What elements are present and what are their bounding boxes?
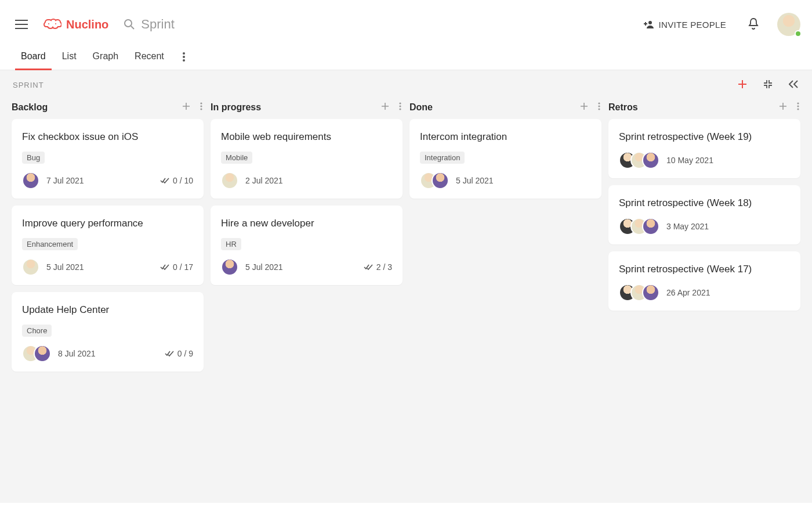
avatar [221, 258, 238, 276]
avatar [642, 284, 659, 301]
search-input[interactable] [140, 16, 256, 33]
card-tag: Enhancement [22, 238, 78, 250]
card[interactable]: Sprint retrospective (Week 17)26 Apr 202… [608, 251, 800, 311]
svg-point-8 [200, 105, 202, 107]
avatar [34, 345, 51, 362]
column-more-button[interactable] [597, 101, 601, 113]
view-tabs: BoardListGraphRecent [0, 42, 812, 70]
avatar [221, 172, 238, 189]
card[interactable]: Sprint retrospective (Week 19)10 May 202… [608, 119, 800, 178]
notifications-button[interactable] [745, 17, 762, 32]
card[interactable]: Mobile web requirementsMobile2 Jul 2021 [211, 119, 403, 199]
card[interactable]: Fix checkbox issue on iOSBug7 Jul 20210 … [12, 119, 204, 199]
card-date: 2 Jul 2021 [245, 176, 283, 185]
card-title: Fix checkbox issue on iOS [22, 131, 193, 143]
svg-point-0 [48, 23, 49, 24]
card-date: 8 Jul 2021 [58, 349, 96, 358]
card[interactable]: Update Help CenterChore8 Jul 20210 / 9 [12, 292, 204, 372]
checklist-icon [160, 177, 169, 184]
card-date: 7 Jul 2021 [46, 176, 84, 185]
search-icon [124, 19, 135, 30]
tabs-more-button[interactable] [180, 50, 187, 66]
hamburger-icon [15, 20, 28, 29]
collapse-button[interactable] [762, 78, 774, 92]
invite-people-button[interactable]: INVITE PEOPLE [640, 19, 730, 30]
tab-graph[interactable]: Graph [93, 45, 118, 70]
card-avatars [22, 345, 51, 362]
user-avatar[interactable] [777, 13, 800, 36]
more-vertical-icon [797, 102, 799, 110]
more-vertical-icon [183, 52, 185, 62]
avatar [22, 172, 39, 189]
svg-point-5 [183, 56, 185, 58]
plus-icon [382, 103, 389, 110]
card-title: Sprint retrospective (Week 17) [619, 263, 790, 276]
add-button[interactable] [737, 78, 748, 92]
column-add-button[interactable] [380, 101, 390, 113]
checklist-icon [165, 350, 174, 357]
column-title: Done [409, 102, 433, 113]
card[interactable]: Intercom integrationIntegration5 Jul 202… [409, 119, 601, 199]
svg-point-2 [125, 20, 132, 27]
card-date: 10 May 2021 [666, 156, 713, 165]
tab-list[interactable]: List [62, 45, 77, 70]
svg-point-13 [598, 102, 600, 104]
card[interactable]: Improve query performanceEnhancement5 Ju… [12, 206, 204, 285]
tab-board[interactable]: Board [21, 45, 46, 70]
logo-text: Nuclino [66, 18, 108, 31]
card-tag: HR [221, 238, 241, 250]
card[interactable]: Sprint retrospective (Week 18)3 May 2021 [608, 185, 800, 244]
card-avatars [619, 218, 659, 235]
avatar [642, 152, 659, 169]
svg-point-15 [598, 108, 600, 110]
card-title: Intercom integration [420, 131, 591, 143]
svg-point-1 [55, 23, 56, 24]
svg-point-11 [399, 105, 401, 107]
card-title: Sprint retrospective (Week 18) [619, 197, 790, 210]
card-title: Update Help Center [22, 304, 193, 316]
card-progress: 0 / 17 [160, 262, 193, 272]
svg-point-16 [797, 102, 799, 104]
checklist-icon [364, 264, 373, 271]
column-more-button[interactable] [398, 101, 403, 113]
column-backlog: BacklogFix checkbox issue on iOSBug7 Jul… [12, 98, 204, 379]
more-vertical-icon [399, 102, 401, 110]
card-avatars [22, 172, 39, 189]
card-date: 5 Jul 2021 [245, 262, 283, 272]
column-title: Retros [608, 102, 638, 113]
column-add-button[interactable] [182, 101, 191, 113]
card-avatars [619, 152, 659, 169]
card-avatars [221, 258, 238, 276]
svg-point-10 [399, 102, 401, 104]
collapse-panel-button[interactable] [788, 79, 799, 91]
svg-point-14 [598, 105, 600, 107]
plus-icon [780, 103, 786, 110]
card-tag: Bug [22, 152, 45, 164]
more-vertical-icon [200, 102, 202, 110]
status-online-icon [795, 30, 802, 37]
svg-point-9 [200, 108, 202, 110]
menu-button[interactable] [12, 16, 31, 33]
column-add-button[interactable] [579, 101, 589, 113]
card-progress: 2 / 3 [364, 262, 392, 272]
column-retros: RetrosSprint retrospective (Week 19)10 M… [608, 98, 800, 379]
tab-recent[interactable]: Recent [135, 45, 164, 70]
svg-point-18 [797, 108, 799, 110]
column-more-button[interactable] [199, 101, 204, 113]
card[interactable]: Hire a new developerHR5 Jul 20212 / 3 [211, 206, 403, 285]
svg-point-7 [200, 102, 202, 104]
svg-point-17 [797, 105, 799, 107]
avatar [642, 218, 659, 235]
avatar [22, 258, 39, 276]
svg-point-3 [648, 21, 652, 24]
logo[interactable]: Nuclino [43, 18, 108, 31]
person-add-icon [644, 20, 654, 28]
chevron-double-left-icon [789, 80, 798, 88]
card-progress: 0 / 10 [160, 176, 193, 185]
column-add-button[interactable] [778, 101, 788, 113]
column-title: In progress [211, 102, 261, 113]
svg-point-6 [183, 59, 185, 62]
plus-icon [183, 103, 190, 110]
minimize-icon [763, 80, 773, 89]
column-more-button[interactable] [796, 101, 800, 113]
